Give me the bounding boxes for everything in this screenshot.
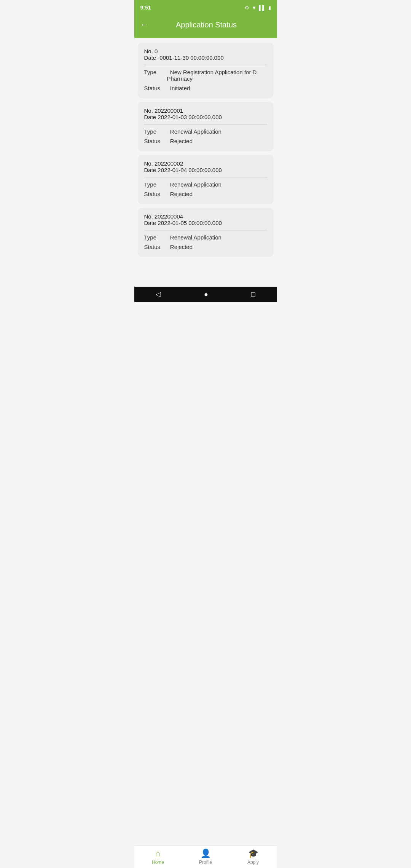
settings-icon: ⚙ bbox=[245, 5, 249, 11]
card-header: No. 202200004 Date 2022-01-05 00:00:00.0… bbox=[144, 213, 267, 226]
card-type-row: Type New Registration Application for D … bbox=[144, 69, 267, 82]
status-value: Rejected bbox=[167, 191, 267, 197]
card-type-row: Type Renewal Application bbox=[144, 234, 267, 241]
card-status-row: Status Rejected bbox=[144, 138, 267, 144]
card-number: No. 202200001 bbox=[144, 107, 267, 114]
card-number: No. 202200004 bbox=[144, 213, 267, 220]
system-back-button[interactable]: ◁ bbox=[156, 290, 161, 298]
application-card: No. 202200004 Date 2022-01-05 00:00:00.0… bbox=[138, 208, 273, 256]
card-header: No. 0 Date -0001-11-30 00:00:00.000 bbox=[144, 48, 267, 61]
type-value: Renewal Application bbox=[167, 128, 267, 135]
status-label: Status bbox=[144, 85, 167, 91]
type-value: New Registration Application for D Pharm… bbox=[167, 69, 267, 82]
card-header: No. 202200002 Date 2022-01-04 00:00:00.0… bbox=[144, 160, 267, 173]
signal-icon: ▌▌ bbox=[259, 5, 266, 11]
status-label: Status bbox=[144, 244, 167, 250]
status-bar: 9:51 ⚙ ▼ ▌▌ ▮ bbox=[134, 0, 277, 14]
wifi-icon: ▼ bbox=[252, 5, 256, 11]
type-label: Type bbox=[144, 181, 167, 188]
system-home-button[interactable]: ● bbox=[204, 290, 208, 298]
card-header: No. 202200001 Date 2022-01-03 00:00:00.0… bbox=[144, 107, 267, 120]
page-title: Application Status bbox=[153, 21, 260, 29]
system-recent-button[interactable]: □ bbox=[251, 290, 255, 298]
status-bar-time: 9:51 bbox=[140, 5, 151, 11]
type-value: Renewal Application bbox=[167, 181, 267, 188]
status-label: Status bbox=[144, 191, 167, 197]
card-divider bbox=[144, 65, 267, 65]
card-date: Date 2022-01-04 00:00:00.000 bbox=[144, 167, 267, 173]
type-label: Type bbox=[144, 234, 167, 241]
system-nav: ◁ ● □ bbox=[134, 287, 277, 302]
application-card: No. 0 Date -0001-11-30 00:00:00.000 Type… bbox=[138, 43, 273, 97]
status-value: Rejected bbox=[167, 138, 267, 144]
card-date: Date 2022-01-03 00:00:00.000 bbox=[144, 114, 267, 120]
card-divider bbox=[144, 230, 267, 230]
card-number: No. 0 bbox=[144, 48, 267, 54]
status-value: Initiated bbox=[167, 85, 267, 91]
type-label: Type bbox=[144, 69, 167, 75]
card-type-row: Type Renewal Application bbox=[144, 181, 267, 188]
status-label: Status bbox=[144, 138, 167, 144]
card-status-row: Status Rejected bbox=[144, 191, 267, 197]
type-label: Type bbox=[144, 128, 167, 135]
card-date: Date -0001-11-30 00:00:00.000 bbox=[144, 54, 267, 61]
battery-icon: ▮ bbox=[268, 5, 271, 11]
app-header: ← Application Status bbox=[134, 14, 277, 38]
card-status-row: Status Initiated bbox=[144, 85, 267, 91]
card-number: No. 202200002 bbox=[144, 160, 267, 167]
card-type-row: Type Renewal Application bbox=[144, 128, 267, 135]
card-status-row: Status Rejected bbox=[144, 244, 267, 250]
back-button[interactable]: ← bbox=[140, 21, 149, 29]
status-value: Rejected bbox=[167, 244, 267, 250]
application-card: No. 202200002 Date 2022-01-04 00:00:00.0… bbox=[138, 155, 273, 203]
status-bar-icons: ⚙ ▼ ▌▌ ▮ bbox=[245, 5, 271, 11]
content-area: No. 0 Date -0001-11-30 00:00:00.000 Type… bbox=[134, 38, 277, 287]
type-value: Renewal Application bbox=[167, 234, 267, 241]
card-divider bbox=[144, 177, 267, 177]
card-date: Date 2022-01-05 00:00:00.000 bbox=[144, 220, 267, 226]
application-card: No. 202200001 Date 2022-01-03 00:00:00.0… bbox=[138, 102, 273, 150]
card-divider bbox=[144, 124, 267, 124]
